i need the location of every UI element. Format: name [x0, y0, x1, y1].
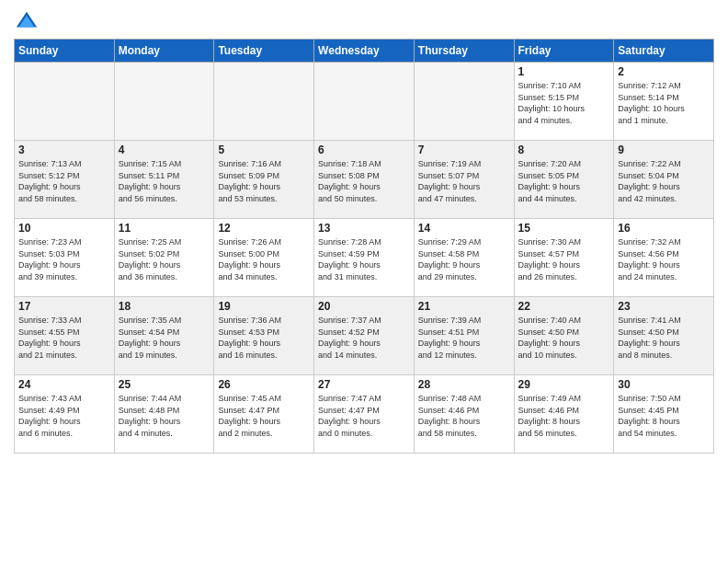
day-info: Sunrise: 7:12 AM Sunset: 5:14 PM Dayligh…	[618, 80, 710, 126]
day-info: Sunrise: 7:22 AM Sunset: 5:04 PM Dayligh…	[618, 158, 710, 204]
day-number: 7	[418, 144, 510, 156]
calendar: SundayMondayTuesdayWednesdayThursdayFrid…	[14, 39, 714, 454]
week-row-2: 3Sunrise: 7:13 AM Sunset: 5:12 PM Daylig…	[15, 141, 714, 219]
weekday-header-thursday: Thursday	[414, 40, 514, 63]
day-number: 8	[518, 144, 610, 156]
calendar-cell: 13Sunrise: 7:28 AM Sunset: 4:59 PM Dayli…	[314, 219, 415, 297]
calendar-cell: 23Sunrise: 7:41 AM Sunset: 4:50 PM Dayli…	[614, 297, 714, 375]
day-number: 19	[218, 300, 310, 313]
day-info: Sunrise: 7:29 AM Sunset: 4:58 PM Dayligh…	[418, 236, 510, 282]
calendar-cell: 14Sunrise: 7:29 AM Sunset: 4:58 PM Dayli…	[414, 219, 514, 297]
calendar-cell: 26Sunrise: 7:45 AM Sunset: 4:47 PM Dayli…	[214, 375, 314, 454]
day-number: 18	[119, 300, 210, 313]
logo-icon	[14, 9, 40, 35]
weekday-header-wednesday: Wednesday	[314, 40, 415, 63]
header	[14, 9, 714, 35]
day-info: Sunrise: 7:23 AM Sunset: 5:03 PM Dayligh…	[18, 236, 110, 282]
day-info: Sunrise: 7:37 AM Sunset: 4:52 PM Dayligh…	[318, 315, 410, 361]
day-info: Sunrise: 7:26 AM Sunset: 5:00 PM Dayligh…	[218, 236, 310, 282]
calendar-cell: 21Sunrise: 7:39 AM Sunset: 4:51 PM Dayli…	[414, 297, 514, 375]
calendar-cell: 5Sunrise: 7:16 AM Sunset: 5:09 PM Daylig…	[214, 141, 314, 219]
calendar-cell: 27Sunrise: 7:47 AM Sunset: 4:47 PM Dayli…	[314, 375, 415, 454]
weekday-header-tuesday: Tuesday	[214, 40, 314, 63]
weekday-header-saturday: Saturday	[614, 40, 714, 63]
calendar-cell: 6Sunrise: 7:18 AM Sunset: 5:08 PM Daylig…	[314, 141, 415, 219]
day-number: 25	[119, 378, 210, 391]
day-info: Sunrise: 7:45 AM Sunset: 4:47 PM Dayligh…	[218, 393, 310, 439]
day-number: 27	[318, 378, 410, 391]
day-number: 24	[18, 378, 110, 391]
day-info: Sunrise: 7:10 AM Sunset: 5:15 PM Dayligh…	[518, 80, 610, 126]
page: SundayMondayTuesdayWednesdayThursdayFrid…	[0, 0, 728, 463]
day-info: Sunrise: 7:33 AM Sunset: 4:55 PM Dayligh…	[18, 315, 110, 361]
calendar-cell	[15, 63, 115, 141]
day-info: Sunrise: 7:41 AM Sunset: 4:50 PM Dayligh…	[618, 315, 710, 361]
day-number: 23	[618, 300, 710, 313]
day-info: Sunrise: 7:30 AM Sunset: 4:57 PM Dayligh…	[518, 236, 610, 282]
day-info: Sunrise: 7:25 AM Sunset: 5:02 PM Dayligh…	[119, 236, 210, 282]
day-info: Sunrise: 7:32 AM Sunset: 4:56 PM Dayligh…	[618, 236, 710, 282]
calendar-cell: 28Sunrise: 7:48 AM Sunset: 4:46 PM Dayli…	[414, 375, 514, 454]
calendar-cell: 29Sunrise: 7:49 AM Sunset: 4:46 PM Dayli…	[514, 375, 614, 454]
day-number: 28	[418, 378, 510, 391]
day-info: Sunrise: 7:43 AM Sunset: 4:49 PM Dayligh…	[18, 393, 110, 439]
calendar-cell: 4Sunrise: 7:15 AM Sunset: 5:11 PM Daylig…	[114, 141, 214, 219]
day-info: Sunrise: 7:35 AM Sunset: 4:54 PM Dayligh…	[119, 315, 210, 361]
day-info: Sunrise: 7:49 AM Sunset: 4:46 PM Dayligh…	[518, 393, 610, 439]
calendar-cell: 30Sunrise: 7:50 AM Sunset: 4:45 PM Dayli…	[614, 375, 714, 454]
day-info: Sunrise: 7:50 AM Sunset: 4:45 PM Dayligh…	[618, 393, 710, 439]
calendar-cell: 2Sunrise: 7:12 AM Sunset: 5:14 PM Daylig…	[614, 63, 714, 141]
day-number: 6	[318, 144, 410, 156]
day-number: 3	[18, 144, 110, 156]
day-info: Sunrise: 7:39 AM Sunset: 4:51 PM Dayligh…	[418, 315, 510, 361]
day-number: 14	[418, 222, 510, 235]
week-row-4: 17Sunrise: 7:33 AM Sunset: 4:55 PM Dayli…	[15, 297, 714, 375]
day-info: Sunrise: 7:18 AM Sunset: 5:08 PM Dayligh…	[318, 158, 410, 204]
calendar-cell: 16Sunrise: 7:32 AM Sunset: 4:56 PM Dayli…	[614, 219, 714, 297]
day-number: 5	[218, 144, 310, 156]
day-info: Sunrise: 7:20 AM Sunset: 5:05 PM Dayligh…	[518, 158, 610, 204]
weekday-header-monday: Monday	[114, 40, 214, 63]
day-number: 21	[418, 300, 510, 313]
day-number: 12	[218, 222, 310, 235]
calendar-cell: 24Sunrise: 7:43 AM Sunset: 4:49 PM Dayli…	[15, 375, 115, 454]
day-info: Sunrise: 7:36 AM Sunset: 4:53 PM Dayligh…	[218, 315, 310, 361]
day-number: 26	[218, 378, 310, 391]
calendar-cell	[114, 63, 214, 141]
weekday-header-friday: Friday	[514, 40, 614, 63]
calendar-cell	[314, 63, 415, 141]
calendar-cell: 1Sunrise: 7:10 AM Sunset: 5:15 PM Daylig…	[514, 63, 614, 141]
calendar-cell: 20Sunrise: 7:37 AM Sunset: 4:52 PM Dayli…	[314, 297, 415, 375]
calendar-cell: 15Sunrise: 7:30 AM Sunset: 4:57 PM Dayli…	[514, 219, 614, 297]
day-info: Sunrise: 7:44 AM Sunset: 4:48 PM Dayligh…	[119, 393, 210, 439]
day-number: 11	[119, 222, 210, 235]
day-number: 20	[318, 300, 410, 313]
week-row-1: 1Sunrise: 7:10 AM Sunset: 5:15 PM Daylig…	[15, 63, 714, 141]
day-number: 17	[18, 300, 110, 313]
day-info: Sunrise: 7:15 AM Sunset: 5:11 PM Dayligh…	[119, 158, 210, 204]
calendar-cell	[414, 63, 514, 141]
calendar-cell: 11Sunrise: 7:25 AM Sunset: 5:02 PM Dayli…	[114, 219, 214, 297]
day-number: 16	[618, 222, 710, 235]
day-number: 4	[119, 144, 210, 156]
calendar-cell: 19Sunrise: 7:36 AM Sunset: 4:53 PM Dayli…	[214, 297, 314, 375]
calendar-cell: 17Sunrise: 7:33 AM Sunset: 4:55 PM Dayli…	[15, 297, 115, 375]
day-info: Sunrise: 7:47 AM Sunset: 4:47 PM Dayligh…	[318, 393, 410, 439]
day-info: Sunrise: 7:48 AM Sunset: 4:46 PM Dayligh…	[418, 393, 510, 439]
day-info: Sunrise: 7:28 AM Sunset: 4:59 PM Dayligh…	[318, 236, 410, 282]
weekday-header-row: SundayMondayTuesdayWednesdayThursdayFrid…	[15, 40, 714, 63]
day-number: 1	[518, 65, 610, 78]
day-number: 29	[518, 378, 610, 391]
day-number: 2	[618, 65, 710, 78]
calendar-cell: 25Sunrise: 7:44 AM Sunset: 4:48 PM Dayli…	[114, 375, 214, 454]
day-number: 9	[618, 144, 710, 156]
calendar-cell: 12Sunrise: 7:26 AM Sunset: 5:00 PM Dayli…	[214, 219, 314, 297]
calendar-cell	[214, 63, 314, 141]
week-row-3: 10Sunrise: 7:23 AM Sunset: 5:03 PM Dayli…	[15, 219, 714, 297]
day-number: 22	[518, 300, 610, 313]
day-number: 15	[518, 222, 610, 235]
calendar-cell: 22Sunrise: 7:40 AM Sunset: 4:50 PM Dayli…	[514, 297, 614, 375]
calendar-cell: 9Sunrise: 7:22 AM Sunset: 5:04 PM Daylig…	[614, 141, 714, 219]
logo	[14, 9, 43, 35]
day-info: Sunrise: 7:19 AM Sunset: 5:07 PM Dayligh…	[418, 158, 510, 204]
